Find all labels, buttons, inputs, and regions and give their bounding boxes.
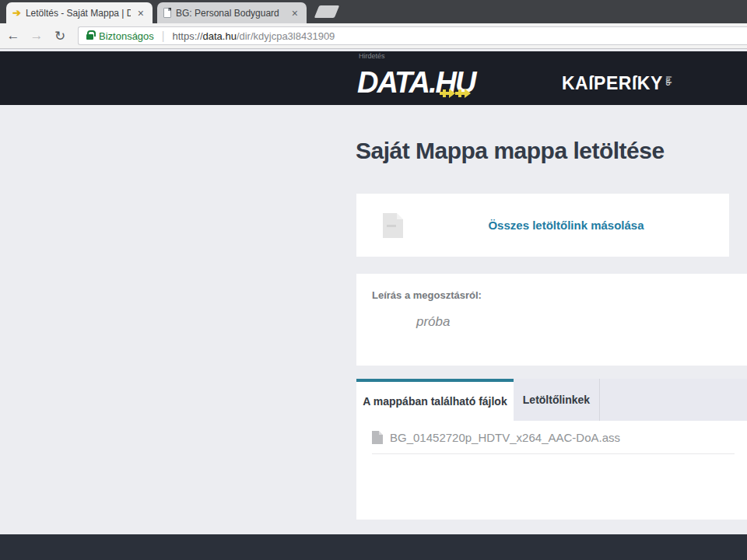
description-label: Leírás a megosztásról: xyxy=(372,289,482,301)
file-list-panel: BG_01452720p_HDTV_x264_AAC-DoA.ass xyxy=(356,421,747,520)
tab-title: BG: Personal Bodyguard xyxy=(176,8,285,19)
url-host: data.hu xyxy=(203,30,237,42)
new-tab-button[interactable] xyxy=(314,5,339,18)
copy-all-links-button[interactable]: Összes letöltőlink másolása xyxy=(403,219,729,232)
tab-download-links[interactable]: Letöltőlinkek xyxy=(514,379,600,421)
description-card: Leírás a megosztásról: próba xyxy=(356,274,747,366)
kaspersky-lab-suffix: lab xyxy=(665,76,672,92)
forward-button-icon: → xyxy=(26,28,47,44)
browser-tab-inactive[interactable]: BG: Personal Bodyguard × xyxy=(157,2,307,23)
browser-toolbar: ← → ↻ Biztonságos | https://data.hu/dir/… xyxy=(0,23,747,49)
tab-close-icon[interactable]: × xyxy=(135,6,146,20)
ad-banner[interactable]: Hirdetés DATA.HU KAſPERſKY lab xyxy=(0,51,747,105)
file-list-item[interactable]: BG_01452720p_HDTV_x264_AAC-DoA.ass xyxy=(372,421,735,454)
url-path: /dir/kdyjcpa3l8431909 xyxy=(237,30,335,42)
kaspersky-wordmark: KAſPERſKY xyxy=(562,73,663,94)
page-viewport: Hirdetés DATA.HU KAſPERſKY lab Saját Map… xyxy=(0,49,747,560)
copy-links-card: Összes letöltőlink másolása xyxy=(356,194,729,257)
reload-button-icon[interactable]: ↻ xyxy=(50,28,70,44)
browser-tab-strip: ➔ Letöltés - Saját Mappa | D × BG: Perso… xyxy=(0,0,747,23)
tab-folder-files[interactable]: A mappában található fájlok xyxy=(356,379,514,421)
url-separator: | xyxy=(162,30,165,42)
browser-tab-active[interactable]: ➔ Letöltés - Saját Mappa | D × xyxy=(6,2,153,23)
description-value: próba xyxy=(416,314,450,330)
back-button-icon[interactable]: ← xyxy=(3,28,23,44)
ad-label: Hirdetés xyxy=(359,52,385,60)
file-name[interactable]: BG_01452720p_HDTV_x264_AAC-DoA.ass xyxy=(390,431,620,444)
page-footer xyxy=(0,534,747,560)
url-scheme: https:// xyxy=(172,30,202,42)
address-bar[interactable]: Biztonságos | https://data.hu/dir/kdyjcp… xyxy=(78,26,747,45)
file-document-icon xyxy=(372,431,383,444)
page-title: Saját Mappa mappa letöltése xyxy=(356,138,665,164)
kaspersky-logo[interactable]: KAſPERſKY lab xyxy=(562,73,672,94)
page-favicon-icon xyxy=(163,8,171,18)
data-hu-favicon-icon: ➔ xyxy=(12,7,21,19)
url-text[interactable]: https://data.hu/dir/kdyjcpa3l8431909 xyxy=(172,30,335,42)
secure-lock-icon xyxy=(86,34,93,40)
data-hu-logo-arrows-icon xyxy=(440,87,465,95)
tab-close-icon[interactable]: × xyxy=(289,6,300,20)
content-tab-bar: A mappában található fájlok Letöltőlinke… xyxy=(356,379,747,421)
secure-label[interactable]: Biztonságos xyxy=(99,30,154,42)
tab-title: Letöltés - Saját Mappa | D xyxy=(26,8,131,19)
copy-document-icon xyxy=(383,213,403,238)
